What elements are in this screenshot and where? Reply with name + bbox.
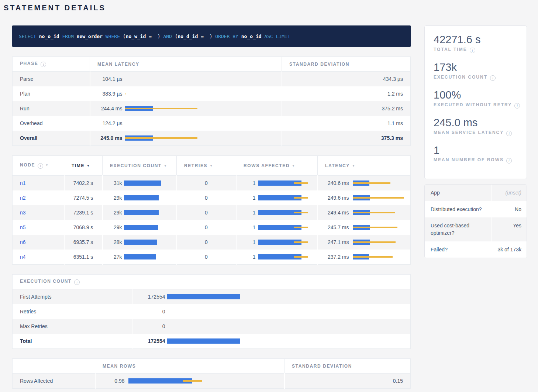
execution-count-bar	[124, 240, 176, 245]
table-row: n4 6351.1 s 27k 0 1 237.2 ms	[13, 250, 411, 265]
count-bar	[167, 294, 411, 299]
info-icon[interactable]: i	[490, 75, 496, 81]
table-row: Retries 0	[13, 304, 411, 319]
table-row: Overhead 124.2 µs 1.1 ms	[13, 116, 411, 131]
std-dev-column-header: Standard Deviation	[284, 359, 411, 374]
sql-token-kw: SELECT	[19, 34, 39, 39]
node-link[interactable]: n4	[20, 254, 26, 260]
metric-value: 1	[434, 145, 527, 157]
detail-row-failed: Failed? 3k of 173k	[425, 241, 527, 258]
phase-name: Plan	[13, 86, 90, 101]
info-icon[interactable]: i	[506, 158, 512, 164]
sql-token-sym: = _)	[146, 34, 163, 39]
execution-count-column-header[interactable]: Execution Count▼	[103, 156, 177, 176]
main-column: SELECT no_o_id FROM new_order WHERE (no_…	[12, 25, 411, 389]
detail-label: Distributed execution?	[425, 201, 492, 217]
node-link[interactable]: n2	[20, 195, 26, 201]
time-value: 6351.1 s	[64, 250, 103, 265]
table-row: Rows Affected 0.98 0.15	[13, 374, 411, 389]
std-dev-value: 375.3 ms	[282, 131, 411, 146]
mean-rows-value: 0.98	[96, 378, 125, 384]
retries-value: 0	[177, 220, 236, 235]
info-icon[interactable]: i	[38, 163, 43, 169]
exec-count-value: 172554	[132, 338, 165, 344]
execution-count-value: 29k	[103, 210, 122, 216]
retries-column-header[interactable]: Retries▼	[177, 156, 236, 176]
sql-token-kw: ASC LIMIT	[264, 34, 293, 39]
latency-bar	[353, 240, 411, 245]
execution-count-section-header: Execution Counti	[13, 275, 411, 289]
latency-value: 247.1 ms	[318, 239, 349, 245]
metric-label: Mean Service Latencyi	[434, 130, 527, 136]
sort-arrow-icon: ▼	[352, 164, 356, 168]
node-link[interactable]: n3	[20, 210, 26, 216]
table-row: First Attempts 172554	[13, 289, 411, 305]
table-row: Total 172554	[13, 334, 411, 349]
rows-affected-column-header[interactable]: Rows Affected▼	[236, 156, 318, 176]
exec-row-label: First Attempts	[13, 289, 132, 305]
sort-arrow-icon: ▼	[87, 164, 90, 168]
info-icon[interactable]: i	[514, 103, 520, 109]
metric-value: 42271.6 s	[434, 34, 527, 46]
sql-token-kw: WHERE	[106, 34, 123, 39]
detail-row-cost-based-optimizer: Used cost-based optimizer? Yes	[425, 217, 527, 241]
latency-value: 249.4 ms	[318, 210, 349, 216]
exec-row-label: Max Retries	[13, 319, 132, 334]
info-icon[interactable]: i	[506, 131, 512, 136]
table-row: Plan 383.9 µs 1.2 ms	[13, 86, 411, 101]
node-link[interactable]: n6	[20, 239, 26, 245]
latency-bar	[353, 225, 411, 230]
retries-value: 0	[177, 176, 236, 191]
latency-bar	[125, 91, 282, 96]
info-icon[interactable]: i	[41, 62, 46, 67]
mean-latency-column-header: Mean Latency	[90, 57, 282, 72]
exec-row-label: Total	[13, 334, 132, 349]
exec-count-value: 172554	[132, 294, 165, 300]
table-row: n1 7402.2 s 31k 0 1 240.6 ms	[13, 176, 411, 191]
execution-count-header-row: Execution Counti	[13, 275, 411, 289]
execution-count-bar	[124, 180, 176, 186]
node-column-header[interactable]: Nodei▼	[13, 156, 64, 176]
phase-name: Overall	[13, 131, 90, 146]
phase-name: Parse	[13, 72, 90, 87]
time-column-header[interactable]: Time▼	[64, 156, 103, 176]
node-link[interactable]: n1	[20, 180, 26, 186]
metric-total-time: 42271.6 s Total Timei	[434, 34, 527, 53]
sql-token-id: new_order	[77, 34, 106, 39]
sort-arrow-icon: ▼	[292, 164, 296, 168]
sort-arrow-icon: ▼	[164, 164, 168, 168]
std-dev-column-header: Standard Deviation	[282, 57, 411, 72]
retries-value: 0	[177, 190, 236, 205]
execution-count-value: 27k	[103, 254, 122, 260]
metric-value: 173k	[434, 62, 527, 73]
metric-label: Mean Number of Rowsi	[434, 157, 527, 164]
table-row: n6 6935.7 s 28k 0 1 247.1 ms	[13, 235, 411, 250]
info-icon[interactable]: i	[74, 279, 80, 285]
rows-affected-bar	[258, 225, 317, 230]
phase-table: Phasei Mean Latency Standard Deviation P…	[12, 56, 411, 146]
rows-affected-bar	[258, 210, 317, 215]
sql-token-sym: = _)	[198, 34, 215, 39]
metric-executed-without-retry: 100% Executed without Retryi	[434, 89, 527, 109]
mean-latency-value: 244.4 ms	[90, 106, 123, 111]
node-table-header-row: Nodei▼ Time▼ Execution Count▼ Retries▼ R…	[13, 156, 411, 176]
execution-count-value: 28k	[103, 239, 122, 245]
sql-token-id: no_o_id	[241, 34, 265, 39]
metric-value: 245.0 ms	[434, 117, 527, 129]
retries-value: 0	[177, 205, 236, 220]
metric-value: 100%	[434, 89, 527, 101]
rows-affected-value: 1	[237, 254, 256, 260]
latency-value: 249.6 ms	[318, 195, 349, 201]
std-dev-value: 434.3 µs	[282, 72, 411, 87]
retries-value: 0	[177, 250, 236, 265]
sql-statement: SELECT no_o_id FROM new_order WHERE (no_…	[12, 25, 411, 47]
detail-label: App	[425, 185, 492, 201]
info-icon[interactable]: i	[470, 48, 475, 53]
rows-affected-value: 1	[237, 239, 256, 245]
table-row: Overall 245.0 ms 375.3 ms	[13, 131, 411, 146]
time-value: 7274.5 s	[64, 190, 103, 205]
sql-token-sym: (	[175, 34, 178, 39]
node-link[interactable]: n5	[20, 224, 26, 230]
detail-value: 3k of 173k	[492, 241, 527, 258]
latency-column-header[interactable]: Latency▼	[318, 156, 411, 176]
